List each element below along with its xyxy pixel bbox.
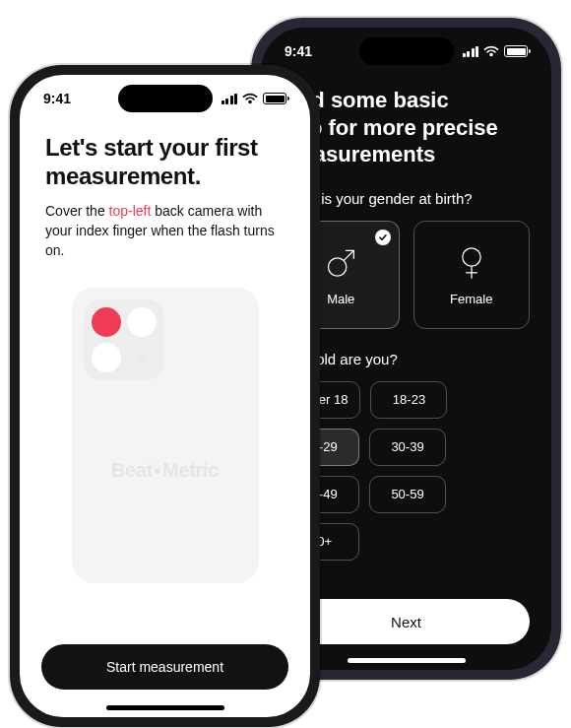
camera-lens: [127, 307, 157, 337]
age-option-18-23[interactable]: 18-23: [370, 381, 447, 419]
gender-option-female[interactable]: Female: [413, 221, 531, 329]
highlighted-camera-lens: [92, 307, 121, 337]
checkmark-icon: [375, 230, 391, 245]
camera-module-illustration: [84, 299, 164, 380]
instruction-text: Cover the top-left back camera with your…: [45, 201, 285, 261]
phone-illustration: BeatMetric: [72, 288, 259, 583]
male-icon: [321, 242, 360, 282]
dynamic-island: [118, 85, 213, 112]
female-icon: [452, 242, 491, 282]
home-indicator: [348, 658, 466, 663]
svg-line-1: [345, 250, 354, 260]
dynamic-island: [359, 37, 454, 65]
age-option-50-59[interactable]: 50-59: [369, 476, 446, 513]
camera-lens: [92, 343, 121, 372]
camera-flash: [139, 357, 145, 363]
page-title: Let's start your first measurement.: [45, 134, 285, 191]
light-phone-mock: 9:41 Let's start your first measurement.…: [10, 65, 320, 727]
gender-label-female: Female: [450, 292, 492, 306]
svg-point-2: [463, 248, 480, 266]
brand-watermark: BeatMetric: [72, 459, 259, 482]
svg-point-0: [329, 258, 347, 276]
home-indicator: [106, 705, 224, 710]
gender-label-male: Male: [327, 292, 354, 306]
age-option-30-39[interactable]: 30-39: [369, 429, 446, 466]
start-measurement-button[interactable]: Start measurement: [41, 644, 288, 690]
